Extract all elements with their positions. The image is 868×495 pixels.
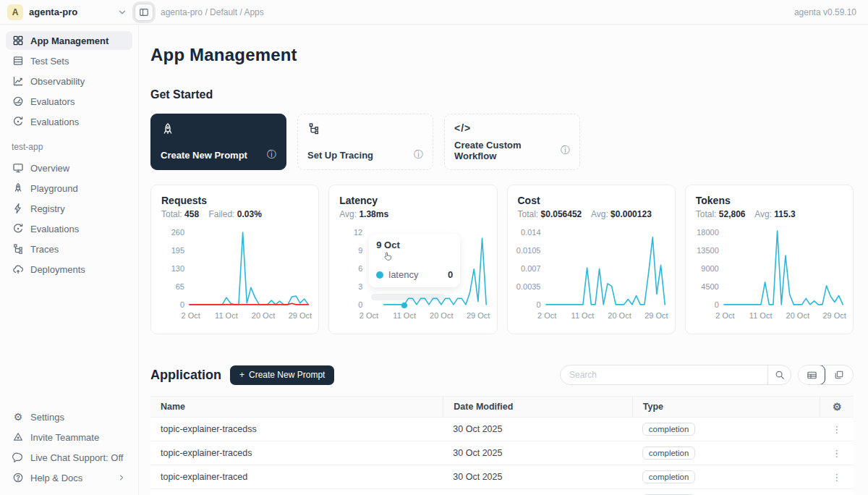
workspace-avatar: A xyxy=(7,4,23,20)
app-root: A agenta-pro agenta-pro / Default / Apps… xyxy=(0,0,868,495)
sidebar-item-settings[interactable]: ⚙ Settings xyxy=(6,407,132,426)
y-axis-ticks: 129630 xyxy=(339,229,362,306)
table-row[interactable]: topic-explainer-traceds 30 Oct 2025 comp… xyxy=(150,441,854,465)
chart-title: Latency xyxy=(339,195,486,206)
sidebar-item-playground[interactable]: Playground xyxy=(6,179,132,198)
lightning-icon xyxy=(12,203,24,214)
sidebar-item-label: Help & Docs xyxy=(30,473,82,483)
sidebar-item-invite-teammate[interactable]: Invite Teammate xyxy=(6,428,132,447)
table-view-button[interactable] xyxy=(798,365,825,385)
search-icon xyxy=(775,370,785,380)
row-menu-icon[interactable]: ⋮ xyxy=(832,472,841,483)
topbar: A agenta-pro agenta-pro / Default / Apps… xyxy=(0,0,868,25)
stat-value: 1.38ms xyxy=(359,209,388,219)
info-icon[interactable]: ⓘ xyxy=(414,148,423,161)
sidebar-item-help-docs[interactable]: Help & Docs xyxy=(6,468,132,487)
stat-label: Avg: xyxy=(591,209,608,219)
card-view-button[interactable] xyxy=(825,365,853,384)
chart-title: Requests xyxy=(161,195,308,206)
row-menu-icon[interactable]: ⋮ xyxy=(832,448,841,459)
app-date-modified: 30 Oct 2025 xyxy=(443,472,631,482)
table-row[interactable]: topic-explainer-traced 30 Oct 2025 compl… xyxy=(150,465,854,489)
type-badge: completion xyxy=(642,447,696,460)
sidebar-item-observability[interactable]: Observability xyxy=(6,72,132,90)
info-icon[interactable]: ⓘ xyxy=(561,144,570,157)
search-box xyxy=(560,365,791,385)
get-started-heading: Get Started xyxy=(150,88,854,101)
chart-tooltip: 9 Oct latency 0 xyxy=(369,234,460,287)
x-axis-ticks: 2 Oct11 Oct20 Oct29 Oct xyxy=(724,310,843,323)
column-header-date-modified[interactable]: Date Modified xyxy=(443,397,631,417)
tokens-chart-card: Tokens Total: 52,806 Avg: 115.3 18000135… xyxy=(685,185,854,334)
stat-value: 115.3 xyxy=(774,209,795,219)
create-new-prompt-card[interactable]: Create New Prompt ⓘ xyxy=(150,114,286,170)
app-date-modified: 30 Oct 2025 xyxy=(443,424,631,434)
set-up-tracing-card[interactable]: Set Up Tracing ⓘ xyxy=(297,114,433,170)
rocket-icon xyxy=(12,182,24,194)
stat-label: Avg: xyxy=(339,209,357,219)
table-settings-gear-icon[interactable]: ⚙ xyxy=(833,401,842,412)
sidebar-item-label: Invite Teammate xyxy=(30,432,99,443)
chart-stats: Total: 458 Failed: 0.03% xyxy=(161,209,308,219)
x-axis-ticks: 2 Oct11 Oct20 Oct29 Oct xyxy=(367,310,486,323)
sidebar-item-registry[interactable]: Registry xyxy=(6,199,132,218)
sidebar-item-traces[interactable]: Traces xyxy=(6,240,132,258)
create-custom-workflow-card[interactable]: </> Create Custom Workflow ⓘ xyxy=(444,114,580,170)
sidebar-item-label: Test Sets xyxy=(30,56,69,67)
stat-value: 458 xyxy=(184,209,199,219)
latency-chart-card: Latency Avg: 1.38ms 129630 xyxy=(328,185,497,334)
breadcrumb[interactable]: agenta-pro / Default / Apps xyxy=(161,7,794,17)
sidebar-item-live-chat[interactable]: Live Chat Support: Off xyxy=(6,448,132,467)
series-color-dot xyxy=(376,271,383,279)
app-name[interactable]: topic-explainer-traceds xyxy=(150,448,443,458)
sidebar-item-label: App Management xyxy=(30,35,109,46)
traces-icon xyxy=(12,243,24,255)
requests-chart-card: Requests Total: 458 Failed: 0.03% 260195… xyxy=(150,185,319,334)
table-view-icon xyxy=(807,370,817,381)
info-icon[interactable]: ⓘ xyxy=(267,148,276,161)
sidebar-item-label: Observability xyxy=(30,76,85,87)
sidebar-item-app-evaluations[interactable]: Evaluations xyxy=(6,219,132,238)
chart-stats: Total: $0.056452 Avg: $0.000123 xyxy=(518,209,665,219)
column-header-name[interactable]: Name xyxy=(150,397,443,417)
sidebar-item-overview[interactable]: Overview xyxy=(6,158,132,177)
workspace-name: agenta-pro xyxy=(29,7,111,17)
requests-line-chart[interactable] xyxy=(190,229,308,306)
stat-value: 0.03% xyxy=(237,209,262,219)
chat-icon xyxy=(12,452,24,463)
help-icon xyxy=(12,472,24,483)
cost-line-chart[interactable] xyxy=(546,229,665,306)
column-header-type[interactable]: Type xyxy=(632,397,820,417)
sidebar-item-evaluations[interactable]: Evaluations xyxy=(6,112,132,131)
stat-value: $0.000123 xyxy=(610,209,652,219)
tooltip-date: 9 Oct xyxy=(376,240,453,250)
sidebar-item-label: Live Chat Support: Off xyxy=(30,452,123,463)
observability-icon xyxy=(12,75,24,87)
sidebar-item-test-sets[interactable]: Test Sets xyxy=(6,51,132,70)
app-section-label: test-app xyxy=(0,132,138,158)
row-menu-icon[interactable]: ⋮ xyxy=(832,424,841,435)
card-view-icon xyxy=(834,370,844,380)
table-header-row: Name Date Modified Type ⚙ xyxy=(150,397,854,418)
workspace-switcher[interactable]: A agenta-pro xyxy=(0,4,135,20)
table-row[interactable]: topic-explainer-tracedss 30 Oct 2025 com… xyxy=(150,418,854,441)
table-row[interactable]: career-assessment 27 Oct 2025 completion… xyxy=(150,489,854,495)
sidebar-item-deployments[interactable]: Deployments xyxy=(6,260,132,279)
x-axis-ticks: 2 Oct11 Oct20 Oct29 Oct xyxy=(190,310,308,323)
sidebar-toggle-button[interactable] xyxy=(135,4,153,21)
page-title: App Management xyxy=(150,45,854,65)
create-new-prompt-button[interactable]: + Create New Prompt xyxy=(230,365,334,385)
search-button[interactable] xyxy=(767,365,791,384)
tokens-line-chart[interactable] xyxy=(724,229,843,306)
tooltip-series-label: latency xyxy=(388,269,418,280)
sidebar-item-label: Settings xyxy=(30,412,64,423)
chart-stats: Avg: 1.38ms xyxy=(339,209,486,219)
sidebar-item-evaluators[interactable]: Evaluators xyxy=(6,92,132,111)
app-name[interactable]: topic-explainer-traced xyxy=(150,472,443,482)
app-name[interactable]: topic-explainer-tracedss xyxy=(150,424,443,434)
sidebar-item-label: Overview xyxy=(30,163,69,174)
chart-stats: Total: 52,806 Avg: 115.3 xyxy=(696,209,843,219)
search-input[interactable] xyxy=(561,370,767,380)
chevron-down-icon xyxy=(117,7,127,17)
sidebar-item-app-management[interactable]: App Management xyxy=(6,31,132,50)
